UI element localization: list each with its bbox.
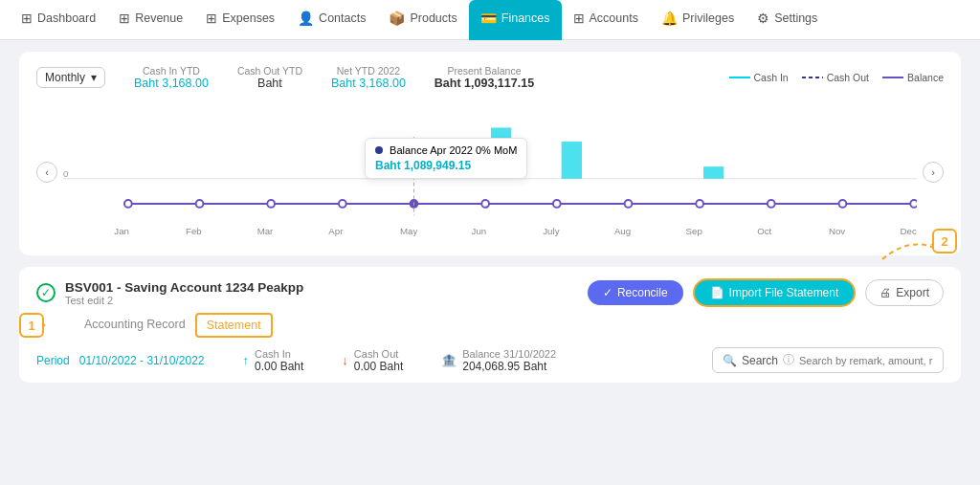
tooltip-dot bbox=[375, 146, 383, 154]
svg-point-17 bbox=[839, 200, 847, 208]
svg-text:July: July bbox=[543, 226, 559, 236]
account-row: ✓ BSV001 - Saving Account 1234 Peakpp Te… bbox=[36, 278, 944, 307]
legend-balance: Balance bbox=[882, 72, 944, 83]
cash-out-icon: ↓ bbox=[342, 353, 348, 367]
legend-cash-out: Cash Out bbox=[802, 72, 869, 83]
cash-in-ytd-block: Cash In YTD Baht 3,168.00 bbox=[134, 65, 209, 90]
chevron-down-icon: ▾ bbox=[91, 71, 97, 84]
finances-icon: 💳 bbox=[480, 11, 497, 26]
products-icon: 📦 bbox=[389, 11, 405, 26]
period-select[interactable]: Monthly ▾ bbox=[36, 67, 105, 88]
chart-area: ‹ 0 bbox=[36, 98, 944, 246]
chart-card: Monthly ▾ Cash In YTD Baht 3,168.00 Cash… bbox=[19, 52, 961, 255]
expenses-icon: ⊞ bbox=[206, 11, 217, 26]
nav-privileges[interactable]: 🔔 Privileges bbox=[650, 0, 746, 40]
tabs-row: 1 Accounting Record Statement bbox=[36, 313, 944, 338]
account-info: BSV001 - Saving Account 1234 Peakpp Test… bbox=[65, 280, 303, 306]
svg-text:Jun: Jun bbox=[472, 226, 487, 236]
svg-text:Apr: Apr bbox=[328, 226, 344, 236]
period-display: Period 01/10/2022 - 31/10/2022 bbox=[36, 353, 204, 367]
search-help-icon: ⓘ bbox=[783, 352, 794, 368]
svg-text:Nov: Nov bbox=[829, 226, 845, 236]
svg-text:Aug: Aug bbox=[614, 226, 631, 236]
cash-in-icon: ↑ bbox=[242, 353, 249, 367]
nav-revenue[interactable]: ⊞ Revenue bbox=[107, 0, 194, 40]
svg-point-15 bbox=[696, 200, 703, 208]
balance-icon: 🏦 bbox=[441, 353, 457, 367]
accounts-icon: ⊞ bbox=[573, 11, 585, 26]
tab-accounting-record[interactable]: Accounting Record bbox=[75, 314, 195, 337]
bottom-section: 2 ✓ BSV001 - Saving Account 1234 Peakpp … bbox=[19, 267, 961, 383]
legend-line-dashed bbox=[802, 76, 823, 79]
contacts-icon: 👤 bbox=[298, 11, 314, 26]
legend-line-cyan bbox=[729, 77, 750, 78]
svg-point-9 bbox=[267, 200, 275, 208]
chart-svg-container: 0 bbox=[63, 98, 917, 246]
nav-finances[interactable]: 💳 Finances bbox=[469, 0, 562, 40]
privileges-icon: 🔔 bbox=[661, 11, 678, 26]
annotation-label-2: 2 bbox=[932, 229, 957, 254]
stats-row: Period 01/10/2022 - 31/10/2022 ↑ Cash In… bbox=[36, 347, 944, 373]
annotation-2-area: 2 bbox=[873, 231, 949, 269]
svg-text:Jan: Jan bbox=[114, 226, 129, 236]
cash-out-stats: ↓ Cash Out 0.00 Baht bbox=[342, 348, 403, 373]
nav-accounts[interactable]: ⊞ Accounts bbox=[562, 0, 650, 40]
reconcile-button[interactable]: ✓ Reconcile bbox=[588, 280, 683, 305]
dashboard-icon: ⊞ bbox=[21, 11, 33, 26]
chart-header: Monthly ▾ Cash In YTD Baht 3,168.00 Cash… bbox=[36, 65, 944, 90]
nav-products[interactable]: 📦 Products bbox=[377, 0, 468, 40]
export-button[interactable]: 🖨 Export bbox=[865, 279, 944, 306]
nav-contacts[interactable]: 👤 Contacts bbox=[286, 0, 377, 40]
search-box: 🔍 Search ⓘ bbox=[712, 347, 944, 373]
chart-next-button[interactable]: › bbox=[923, 162, 944, 183]
svg-text:Sep: Sep bbox=[686, 226, 702, 236]
import-file-statement-button[interactable]: 📄 Import File Statement bbox=[693, 278, 857, 307]
reconcile-check-icon: ✓ bbox=[603, 286, 612, 299]
legend-cash-in: Cash In bbox=[729, 72, 789, 83]
balance-stats: 🏦 Balance 31/10/2022 204,068.95 Baht bbox=[441, 348, 556, 373]
chart-tooltip: Balance Apr 2022 0% MoM Baht 1,089,949.1… bbox=[365, 138, 527, 179]
nav-dashboard[interactable]: ⊞ Dashboard bbox=[10, 0, 107, 40]
import-icon: 📄 bbox=[710, 286, 724, 299]
settings-icon: ⚙ bbox=[757, 11, 769, 26]
svg-point-18 bbox=[910, 200, 917, 208]
nav-settings[interactable]: ⚙ Settings bbox=[746, 0, 829, 40]
legend-line-purple bbox=[882, 77, 903, 78]
svg-text:Feb: Feb bbox=[186, 226, 202, 236]
svg-text:May: May bbox=[400, 226, 417, 236]
svg-point-7 bbox=[124, 200, 132, 208]
svg-point-16 bbox=[768, 200, 775, 208]
chart-prev-button[interactable]: ‹ bbox=[36, 162, 57, 183]
main-content: Monthly ▾ Cash In YTD Baht 3,168.00 Cash… bbox=[0, 40, 980, 485]
tab-statement[interactable]: Statement bbox=[195, 313, 273, 338]
net-ytd-block: Net YTD 2022 Baht 3,168.00 bbox=[331, 65, 406, 90]
annotation-label-1: 1 bbox=[19, 313, 44, 338]
svg-text:Oct: Oct bbox=[757, 226, 771, 236]
svg-point-10 bbox=[339, 200, 346, 208]
search-input[interactable] bbox=[799, 355, 933, 366]
cash-in-stats: ↑ Cash In 0.00 Baht bbox=[242, 348, 303, 373]
svg-point-12 bbox=[481, 200, 489, 208]
export-icon: 🖨 bbox=[880, 286, 891, 299]
account-check-icon: ✓ bbox=[36, 283, 56, 302]
svg-rect-5 bbox=[562, 142, 582, 179]
svg-text:Mar: Mar bbox=[257, 226, 274, 236]
svg-point-13 bbox=[553, 200, 561, 208]
svg-point-8 bbox=[196, 200, 204, 208]
revenue-icon: ⊞ bbox=[119, 11, 130, 26]
cash-out-ytd-block: Cash Out YTD Baht bbox=[237, 65, 302, 90]
chart-legend: Cash In Cash Out Balance bbox=[729, 72, 945, 83]
nav-expenses[interactable]: ⊞ Expenses bbox=[194, 0, 286, 40]
svg-point-14 bbox=[625, 200, 633, 208]
top-navigation: ⊞ Dashboard ⊞ Revenue ⊞ Expenses 👤 Conta… bbox=[0, 0, 980, 40]
svg-text:0: 0 bbox=[63, 168, 69, 179]
present-balance-block: Present Balance Baht 1,093,117.15 bbox=[434, 65, 534, 90]
svg-rect-6 bbox=[703, 166, 724, 179]
annotation-1-area: 1 bbox=[19, 318, 48, 333]
search-icon: 🔍 bbox=[723, 354, 737, 367]
